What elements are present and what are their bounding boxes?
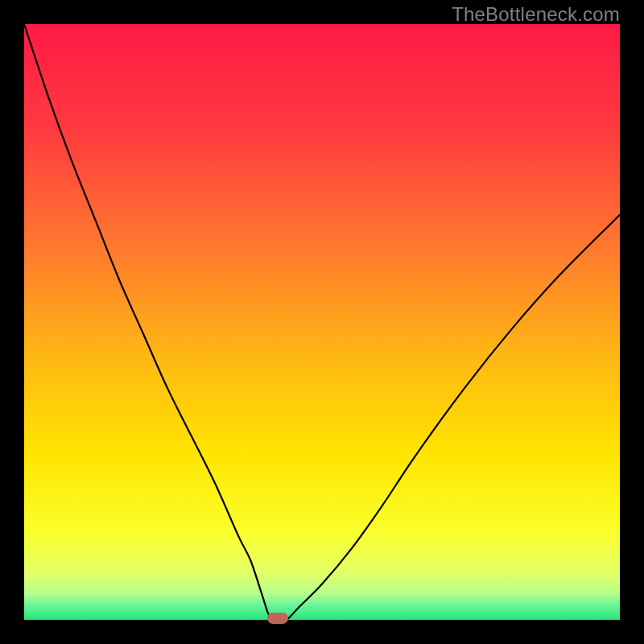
watermark-text: TheBottleneck.com bbox=[452, 3, 620, 26]
optimal-marker bbox=[267, 613, 288, 624]
gradient-background bbox=[24, 24, 620, 620]
chart-frame bbox=[24, 24, 620, 620]
bottleneck-plot bbox=[24, 24, 620, 620]
